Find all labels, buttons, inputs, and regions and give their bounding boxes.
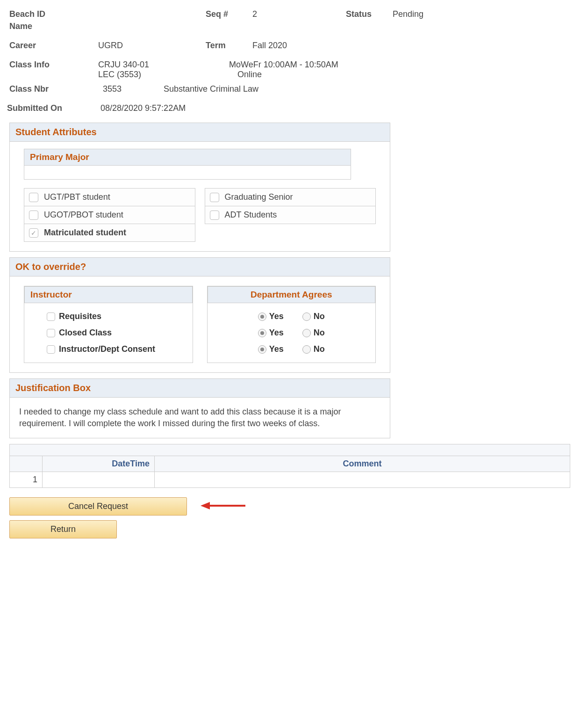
attribute-column-left: UGT/PBT student UGOT/PBOT student Matric… — [24, 188, 195, 242]
instr-label-0: Requisites — [59, 312, 101, 321]
career-label: Career — [9, 41, 98, 51]
attr-adt-students: ADT Students — [205, 206, 376, 224]
instr-label-1: Closed Class — [59, 328, 112, 338]
department-column: Department Agrees Yes No Yes — [207, 286, 376, 363]
radio-no-label-1: No — [314, 328, 325, 338]
radio-yes-2[interactable] — [258, 345, 266, 354]
career-value: UGRD — [98, 41, 206, 51]
header-row-career: Career UGRD Term Fall 2020 — [9, 41, 579, 51]
primary-major-label: Primary Major — [24, 149, 351, 166]
button-row-cancel: Cancel Request — [9, 497, 579, 520]
attribute-columns: UGT/PBT student UGOT/PBOT student Matric… — [24, 188, 376, 242]
primary-major-box: Primary Major — [24, 149, 351, 180]
class-title: Substantive Criminal Law — [164, 84, 351, 94]
name-label: Name — [9, 22, 98, 31]
radio-no-0[interactable] — [302, 312, 311, 321]
class-info-line1: CRJU 340-01 — [98, 60, 229, 70]
class-info-location: Online — [237, 70, 416, 80]
checkbox-closed-class[interactable] — [47, 329, 55, 337]
checkbox-requisites[interactable] — [47, 312, 55, 321]
attribute-column-right: Graduating Senior ADT Students — [205, 188, 376, 242]
status-label: Status — [346, 9, 393, 19]
submitted-label: Submitted On — [7, 103, 100, 113]
attr-ugot-pbot: UGOT/PBOT student — [24, 206, 195, 224]
instructor-label: Instructor — [24, 286, 193, 303]
comments-cell-datetime-0 — [43, 472, 155, 487]
return-button[interactable]: Return — [9, 520, 117, 538]
svg-marker-1 — [201, 502, 210, 509]
radio-group-yes-2: Yes — [258, 344, 284, 354]
comments-data-row-0: 1 — [10, 472, 570, 487]
radio-no-2[interactable] — [302, 345, 311, 354]
comments-header-comment: Comment — [155, 456, 570, 472]
seq-value: 2 — [252, 9, 346, 19]
radio-yes-label-1: Yes — [269, 328, 284, 338]
attr-graduating-senior: Graduating Senior — [205, 188, 376, 206]
class-nbr-row: Class Nbr 3553 Substantive Criminal Law — [9, 84, 579, 94]
comments-blank-header — [10, 444, 570, 456]
class-nbr-value: 3553 — [103, 84, 164, 94]
attr-label-2: Matriculated student — [44, 228, 126, 238]
radio-group-no-1: No — [302, 328, 325, 338]
checkbox-consent[interactable] — [47, 345, 55, 354]
radio-group-no-0: No — [302, 312, 325, 321]
primary-major-value — [24, 166, 351, 180]
radio-yes-label-0: Yes — [269, 312, 284, 321]
department-label: Department Agrees — [208, 286, 376, 303]
checkbox-graduating-senior[interactable] — [210, 193, 219, 202]
beach-id-value — [98, 9, 206, 19]
radio-no-label-0: No — [314, 312, 325, 321]
checkbox-adt-students[interactable] — [210, 211, 219, 220]
dept-row-1: Yes No — [217, 328, 366, 338]
class-info-label: Class Info — [9, 60, 98, 80]
dept-row-2: Yes No — [217, 344, 366, 354]
cancel-request-button[interactable]: Cancel Request — [9, 497, 187, 516]
instructor-column: Instructor Requisites Closed Class Instr… — [24, 286, 193, 363]
radio-group-no-2: No — [302, 344, 325, 354]
term-label: Term — [206, 41, 252, 51]
instr-label-2: Instructor/Dept Consent — [59, 344, 155, 354]
submitted-value: 08/28/2020 9:57:22AM — [100, 103, 287, 113]
seq-label: Seq # — [206, 9, 252, 19]
student-attributes-title: Student Attributes — [10, 123, 390, 142]
status-value: Pending — [393, 9, 486, 19]
submitted-row: Submitted On 08/28/2020 9:57:22AM — [7, 103, 579, 113]
instr-row-consent: Instructor/Dept Consent — [47, 344, 183, 354]
attr-label-1: UGOT/PBOT student — [44, 210, 123, 220]
attr-matriculated: Matriculated student — [24, 224, 195, 242]
radio-group-yes-0: Yes — [258, 312, 284, 321]
justification-title: Justification Box — [10, 379, 390, 398]
button-row-return: Return — [9, 520, 579, 543]
instr-row-closed-class: Closed Class — [47, 328, 183, 338]
comments-cell-comment-0 — [155, 472, 570, 487]
attr-label-0: UGT/PBT student — [44, 192, 110, 202]
comments-header-num — [10, 456, 43, 472]
radio-yes-0[interactable] — [258, 312, 266, 321]
header-row-1: Beach ID Seq # 2 Status Pending — [9, 9, 579, 19]
dept-row-0: Yes No — [217, 312, 366, 321]
comments-cell-num-0: 1 — [10, 472, 43, 487]
comments-header-row: DateTime Comment — [10, 456, 570, 472]
justification-text: I needed to change my class schedule and… — [10, 398, 390, 438]
radio-yes-1[interactable] — [258, 329, 266, 337]
comments-table: DateTime Comment 1 — [9, 444, 570, 488]
attr-label-4: ADT Students — [225, 210, 277, 220]
override-title: OK to override? — [10, 258, 390, 276]
header-row-name: Name — [9, 22, 579, 31]
attr-label-3: Graduating Senior — [225, 192, 293, 202]
comments-header-datetime: DateTime — [43, 456, 155, 472]
student-attributes-section: Student Attributes Primary Major UGT/PBT… — [9, 123, 390, 252]
class-info-row: Class Info CRJU 340-01 LEC (3553) MoWeFr… — [9, 60, 579, 80]
checkbox-ugot-pbot[interactable] — [29, 211, 38, 220]
class-info-value: CRJU 340-01 LEC (3553) — [98, 60, 229, 80]
justification-section: Justification Box I needed to change my … — [9, 378, 390, 438]
checkbox-ugt-pbt[interactable] — [29, 193, 38, 202]
checkbox-matriculated[interactable] — [29, 228, 38, 238]
arrow-annotation-icon — [199, 500, 250, 514]
name-value — [98, 22, 206, 31]
class-nbr-label: Class Nbr — [9, 84, 103, 94]
radio-no-label-2: No — [314, 344, 325, 354]
override-section: OK to override? Instructor Requisites Cl… — [9, 257, 390, 373]
class-info-sched: MoWeFr 10:00AM - 10:50AM Online — [229, 60, 416, 80]
radio-no-1[interactable] — [302, 329, 311, 337]
